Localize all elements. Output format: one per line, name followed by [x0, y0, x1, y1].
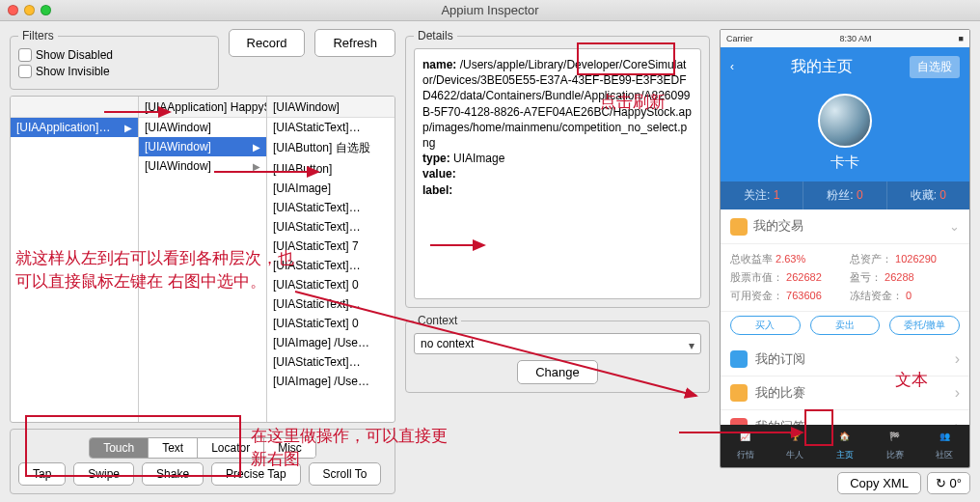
nickname: 卡卡 — [721, 153, 969, 172]
swipe-button[interactable]: Swipe — [73, 462, 134, 486]
show-disabled-checkbox[interactable]: Show Disabled — [18, 48, 113, 62]
hierarchy-item[interactable]: [UIAStaticText] 0 — [267, 275, 395, 294]
pill-row: 买入卖出委托/撤单 — [721, 312, 969, 343]
copy-xml-button[interactable]: Copy XML — [837, 472, 921, 494]
record-button[interactable]: Record — [229, 29, 306, 57]
stat-item: 可用资金： 763606 — [730, 289, 840, 303]
stat-item: 总收益率 2.63% — [730, 252, 840, 266]
change-button[interactable]: Change — [517, 360, 598, 384]
precise-tap-button[interactable]: Precise Tap — [211, 462, 300, 486]
hierarchy-item[interactable]: [UIAStaticText]… — [267, 352, 395, 372]
hierarchy-item[interactable]: [UIAStaticText]… — [267, 118, 395, 137]
app-navbar: ‹ 我的主页 自选股 — [721, 47, 969, 86]
hierarchy-item[interactable]: [UIAStaticText] 0 — [267, 314, 395, 333]
hierarchy-item[interactable]: [UIAStaticText] 7 — [267, 237, 395, 256]
hierarchy-item[interactable]: [UIAImage] — [267, 179, 395, 198]
counter-item[interactable]: 关注: 1 — [721, 181, 803, 209]
shake-button[interactable]: Shake — [142, 462, 204, 486]
tabbar-item[interactable]: 🏁比赛 — [870, 425, 920, 467]
hierarchy-item[interactable]: [UIAWindow]▶ — [139, 156, 266, 176]
rotate-button[interactable]: ↻ 0° — [927, 472, 970, 494]
avatar[interactable] — [818, 94, 872, 148]
pill-button[interactable]: 卖出 — [810, 316, 881, 335]
device-preview[interactable]: Carrier 8:30 AM ■ ‹ 我的主页 自选股 卡卡 关注: 1粉丝:… — [720, 29, 970, 468]
nav-chip[interactable]: 自选股 — [910, 56, 960, 78]
details-fieldset: Details name: /Users/apple/Library/Devel… — [405, 29, 710, 308]
actions-fieldset: TouchTextLocatorMisc TapSwipeShakePrecis… — [10, 429, 395, 494]
tabbar-item[interactable]: 👥社区 — [919, 425, 969, 467]
context-legend: Context — [414, 314, 461, 327]
hierarchy-item[interactable]: [UIAButton] 自选股 — [267, 137, 395, 159]
action-tab-misc[interactable]: Misc — [264, 438, 315, 458]
refresh-button[interactable]: Refresh — [314, 29, 395, 57]
context-select[interactable]: no context — [414, 333, 701, 354]
hierarchy-browser: [UIAApplication]…▶ [UIAApplication] Happ… — [10, 96, 395, 423]
action-tab-text[interactable]: Text — [149, 438, 198, 458]
hierarchy-col-0[interactable]: [UIAApplication]…▶ — [11, 97, 139, 422]
filters-fieldset: Filters Show Disabled Show Invisible — [10, 29, 219, 90]
counter-item[interactable]: 收藏: 0 — [887, 181, 969, 209]
action-tab-locator[interactable]: Locator — [198, 438, 264, 458]
stat-item: 股票市值： 262682 — [730, 270, 840, 285]
details-legend: Details — [414, 29, 457, 42]
window-title: Appium Inspector — [0, 3, 980, 17]
tap-button[interactable]: Tap — [18, 462, 66, 486]
counters-row: 关注: 1粉丝: 0收藏: 0 — [721, 181, 969, 209]
hierarchy-item[interactable]: [UIAImage] /Use… — [267, 333, 395, 352]
action-tab-touch[interactable]: Touch — [90, 438, 149, 458]
tab-bar[interactable]: 📈行情🏆牛人🏠主页🏁比赛👥社区 — [721, 425, 969, 467]
hierarchy-item[interactable]: [UIAStaticText]… — [267, 217, 395, 237]
hierarchy-item[interactable]: [UIAWindow] — [139, 118, 266, 137]
hierarchy-col-1[interactable]: [UIAApplication] HappyS [UIAWindow][UIAW… — [139, 97, 267, 422]
filters-legend: Filters — [18, 29, 58, 42]
stat-item: 冻结资金： 0 — [850, 289, 960, 303]
show-invisible-checkbox[interactable]: Show Invisible — [18, 65, 110, 78]
profile-hero: 卡卡 — [721, 86, 969, 181]
hierarchy-item[interactable]: [UIAStaticText]… — [267, 256, 395, 275]
hierarchy-item[interactable]: [UIAWindow]▶ — [139, 137, 266, 156]
hierarchy-item[interactable]: [UIAApplication]…▶ — [11, 118, 138, 137]
tabbar-item[interactable]: 🏠主页 — [820, 425, 870, 467]
hierarchy-item[interactable]: [UIAStaticText]… — [267, 198, 395, 217]
hierarchy-item[interactable]: [UIAImage] /Use… — [267, 372, 395, 391]
pill-button[interactable]: 买入 — [730, 316, 801, 335]
stat-item: 盈亏： 26288 — [850, 270, 960, 285]
hierarchy-item[interactable]: [UIAStaticText]… — [267, 294, 395, 314]
mac-titlebar: Appium Inspector — [0, 0, 980, 21]
counter-item[interactable]: 粉丝: 0 — [803, 181, 886, 209]
trade-section-head[interactable]: 我的交易 ⌄ — [721, 209, 969, 244]
tabbar-item[interactable]: 📈行情 — [721, 425, 771, 467]
context-fieldset: Context no context Change — [405, 314, 710, 393]
list-item[interactable]: 我的比赛 — [721, 376, 969, 410]
details-text: name: /Users/apple/Library/Developer/Cor… — [414, 48, 701, 299]
chevron-down-icon: ⌄ — [949, 219, 960, 234]
status-bar: Carrier 8:30 AM ■ — [721, 30, 969, 47]
back-icon[interactable]: ‹ — [730, 60, 734, 73]
trade-icon — [730, 218, 748, 236]
pill-button[interactable]: 委托/撤单 — [889, 316, 960, 335]
stats-grid: 总收益率 2.63%总资产： 1026290股票市值： 262682盈亏： 26… — [721, 244, 969, 312]
stat-item: 总资产： 1026290 — [850, 252, 960, 266]
nav-title: 我的主页 — [791, 57, 853, 77]
hierarchy-item[interactable]: [UIAButton] — [267, 159, 395, 179]
scroll-to-button[interactable]: Scroll To — [309, 462, 382, 486]
hierarchy-col-2[interactable]: [UIAWindow] [UIAStaticText]…[UIAButton] … — [267, 97, 395, 422]
list-item[interactable]: 我的订阅 — [721, 343, 969, 376]
tabbar-item[interactable]: 🏆牛人 — [771, 425, 821, 467]
